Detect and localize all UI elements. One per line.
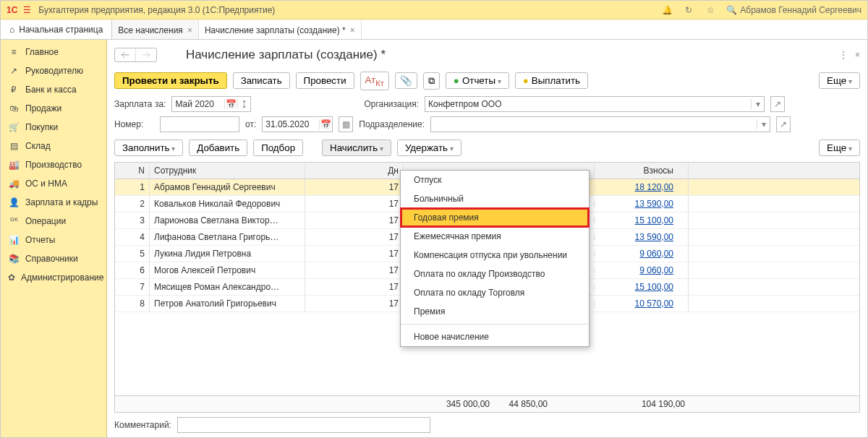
dropdown-icon[interactable]: ▾ bbox=[757, 119, 770, 129]
sidebar-item[interactable]: 🏭Производство bbox=[1, 155, 106, 174]
cell-days: 17 bbox=[305, 279, 404, 295]
pick-button[interactable]: Подбор bbox=[253, 139, 303, 156]
salary-month-field[interactable]: Май 2020 📅 ⭥ bbox=[171, 96, 251, 112]
menu-item[interactable]: Годовая премия bbox=[401, 208, 589, 227]
post-button[interactable]: Провести bbox=[296, 72, 354, 89]
sidebar-item[interactable]: ✿Администрирование bbox=[1, 268, 106, 287]
date-field[interactable]: 31.05.2020 📅 bbox=[262, 116, 333, 132]
sidebar-item[interactable]: 📊Отчеты bbox=[1, 231, 106, 249]
page-menu-icon[interactable]: ⋮ bbox=[839, 50, 848, 60]
salary-month-value: Май 2020 bbox=[172, 99, 224, 109]
accrue-menu: ОтпускБольничныйГодовая премияЕжемесячна… bbox=[400, 170, 590, 347]
menu-item[interactable]: Больничный bbox=[401, 189, 589, 208]
attach-icon[interactable]: 📎 bbox=[395, 72, 417, 89]
sidebar-item[interactable]: 🚚ОС и НМА bbox=[1, 174, 106, 193]
tabs-bar: ⌂ Начальная страница Все начисления×Начи… bbox=[1, 20, 867, 40]
bell-icon[interactable]: 🔔 bbox=[661, 5, 673, 15]
tab-document[interactable]: Все начисления× bbox=[112, 20, 199, 39]
fill-dropdown[interactable]: Заполнить bbox=[114, 139, 183, 156]
tab-document[interactable]: Начисление зарплаты (создание) *× bbox=[199, 20, 362, 39]
org-open-icon[interactable]: ↗ bbox=[770, 96, 785, 112]
col-header-n[interactable]: N bbox=[115, 163, 150, 179]
sidebar-item-label: Отчеты bbox=[25, 235, 55, 245]
table-footer: 345 000,00 44 850,00 104 190,00 bbox=[115, 395, 859, 412]
menu-item[interactable]: Компенсация отпуска при увольнении bbox=[401, 246, 589, 265]
menu-item[interactable]: Новое начисление bbox=[401, 327, 589, 346]
main-area: 🡠 🡢 Начисление зарплаты (создание) * ⋮ ×… bbox=[107, 40, 867, 437]
add-button[interactable]: Добавить bbox=[189, 139, 247, 156]
page-close-icon[interactable]: × bbox=[855, 50, 860, 60]
reports-dropdown[interactable]: Отчеты bbox=[446, 72, 509, 89]
contrib-link[interactable]: 15 100,00 bbox=[635, 215, 673, 226]
sidebar-item[interactable]: 🛍Продажи bbox=[1, 99, 106, 118]
nav-back-button[interactable]: 🡠 bbox=[115, 48, 136, 61]
nav-forward-button[interactable]: 🡢 bbox=[136, 48, 156, 61]
star-icon[interactable]: ☆ bbox=[705, 5, 716, 15]
pay-button[interactable]: Выплатить bbox=[515, 72, 588, 89]
sidebar-icon: ≡ bbox=[8, 47, 20, 57]
history-icon[interactable]: ↻ bbox=[683, 5, 694, 15]
sidebar-item[interactable]: ₽Банк и касса bbox=[1, 80, 106, 99]
contrib-link[interactable]: 15 100,00 bbox=[635, 282, 673, 292]
menu-item[interactable]: Отпуск bbox=[401, 171, 589, 189]
menu-item[interactable]: Ежемесячная премия bbox=[401, 227, 589, 246]
user-chip[interactable]: 🔍 Абрамов Геннадий Сергеевич bbox=[726, 5, 861, 15]
contrib-link[interactable]: 9 060,00 bbox=[639, 249, 673, 259]
org-field[interactable]: Конфетпром ООО ▾ bbox=[425, 96, 765, 112]
contrib-link[interactable]: 18 120,00 bbox=[635, 182, 673, 192]
sidebar-item[interactable]: 🛒Покупки bbox=[1, 118, 106, 137]
save-button[interactable]: Записать bbox=[233, 72, 290, 89]
cell-n: 2 bbox=[115, 196, 150, 212]
dk-entries-icon[interactable]: АтКт bbox=[360, 72, 389, 90]
menu-icon[interactable]: ☰ bbox=[23, 5, 31, 15]
footer-c3: 104 190,00 bbox=[595, 396, 689, 412]
calendar-icon[interactable]: 📅 bbox=[319, 119, 332, 129]
number-label: Номер: bbox=[114, 119, 154, 129]
stepper-icon[interactable]: ⭥ bbox=[237, 99, 250, 109]
cell-days: 17 bbox=[305, 246, 404, 262]
contrib-link[interactable]: 9 060,00 bbox=[639, 265, 673, 275]
accrue-dropdown[interactable]: Начислить bbox=[322, 139, 391, 156]
sidebar-item-label: Справочники bbox=[25, 254, 78, 264]
menu-item[interactable]: Оплата по окладу Торговля bbox=[401, 283, 589, 302]
more-button[interactable]: Еще bbox=[819, 72, 860, 89]
menu-item[interactable]: Премия bbox=[401, 302, 589, 321]
table-more-button[interactable]: Еще bbox=[819, 139, 860, 156]
contrib-link[interactable]: 13 590,00 bbox=[635, 232, 673, 242]
col-header-employee[interactable]: Сотрудник bbox=[150, 163, 305, 179]
home-tab[interactable]: ⌂ Начальная страница bbox=[1, 20, 112, 39]
sidebar-item[interactable]: ≡Главное bbox=[1, 43, 106, 61]
post-and-close-button[interactable]: Провести и закрыть bbox=[114, 72, 227, 89]
contrib-link[interactable]: 10 570,00 bbox=[635, 299, 673, 309]
menu-item[interactable]: Оплата по окладу Производство bbox=[401, 265, 589, 283]
dept-open-icon[interactable]: ↗ bbox=[776, 116, 791, 132]
close-icon[interactable]: × bbox=[350, 25, 355, 35]
contrib-link[interactable]: 13 590,00 bbox=[635, 199, 673, 209]
cell-n: 4 bbox=[115, 229, 150, 245]
home-tab-label: Начальная страница bbox=[19, 25, 103, 35]
dropdown-icon[interactable]: ▾ bbox=[751, 99, 764, 109]
number-field[interactable] bbox=[160, 116, 239, 132]
copy-icon[interactable]: ⧉ bbox=[423, 72, 440, 90]
sidebar-item[interactable]: ᴰᴷОперации bbox=[1, 212, 106, 231]
cell-n: 5 bbox=[115, 246, 150, 262]
sidebar-item-label: ОС и НМА bbox=[25, 179, 67, 189]
dept-field[interactable]: ▾ bbox=[430, 116, 770, 132]
col-header-contrib[interactable]: Взносы bbox=[595, 163, 689, 179]
cell-n: 8 bbox=[115, 296, 150, 312]
sidebar-item[interactable]: 📚Справочники bbox=[1, 249, 106, 268]
cell-employee: Ковальков Николай Федорович bbox=[150, 196, 305, 212]
calendar-icon[interactable]: 📅 bbox=[224, 99, 237, 109]
sidebar-icon: ᴰᴷ bbox=[8, 216, 20, 226]
date-extra-icon[interactable]: ▦ bbox=[339, 116, 353, 132]
sidebar-item-label: Продажи bbox=[25, 103, 61, 113]
sidebar-item[interactable]: ↗Руководителю bbox=[1, 61, 106, 80]
comment-field[interactable] bbox=[177, 417, 430, 433]
sidebar-item[interactable]: 👤Зарплата и кадры bbox=[1, 193, 106, 212]
sidebar-item[interactable]: ▤Склад bbox=[1, 137, 106, 155]
close-icon[interactable]: × bbox=[187, 25, 192, 35]
footer-c2: 44 850,00 bbox=[494, 396, 552, 412]
withhold-dropdown[interactable]: Удержать bbox=[397, 139, 461, 156]
col-header-days[interactable]: Дн bbox=[305, 163, 404, 179]
salary-for-label: Зарплата за: bbox=[114, 99, 166, 109]
